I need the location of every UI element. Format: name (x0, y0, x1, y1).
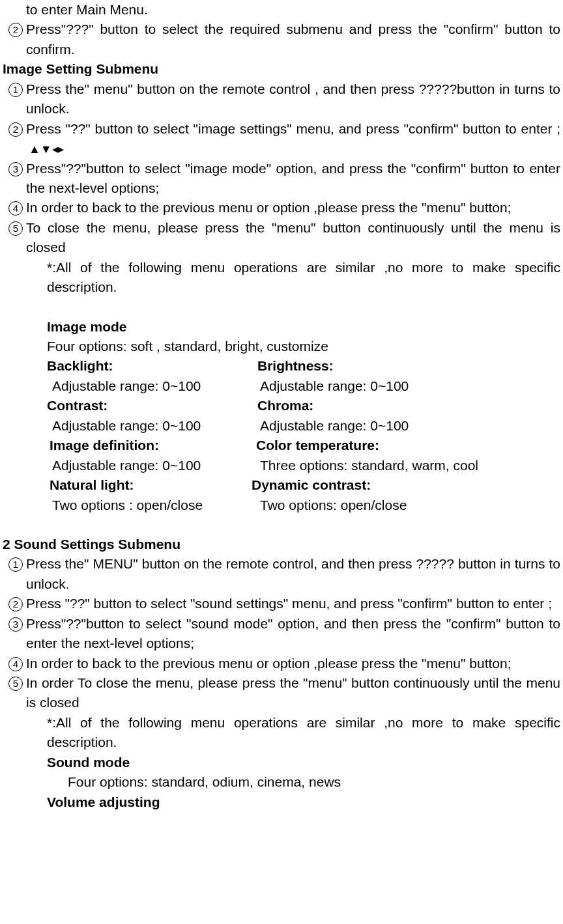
brightness-value: Adjustable range: 0~100 (260, 376, 560, 396)
chroma-label: Chroma: (257, 396, 560, 415)
circled-number: 4 (8, 657, 23, 671)
sound-step-3: 3 Press"??"button to select "sound mode"… (8, 614, 560, 654)
arrow-icons: ▲▼◂▸ (29, 143, 64, 156)
sound-step-5: 5 In order To close the menu, please pre… (8, 673, 560, 713)
sound-step-3-text: Press"??"button to select "sound mode" o… (26, 614, 560, 654)
color-temperature-value: Three options: standard, warm, cool (260, 456, 560, 475)
continuation-line: to enter Main Menu. (26, 0, 560, 20)
image-step-5-text: To close the menu, please press the "men… (26, 218, 560, 258)
image-definition-value: Adjustable range: 0~100 (52, 456, 260, 475)
color-temperature-label: Color temperature: (256, 436, 560, 455)
image-step-2-text: Press "??" button to select "image setti… (26, 119, 560, 159)
sound-note-text: *:All of the following menu operations a… (47, 713, 560, 753)
sound-step-2: 2 Press "??" button to select "sound set… (8, 594, 560, 613)
circled-number: 5 (8, 677, 23, 691)
image-step-5: 5 To close the menu, please press the "m… (8, 218, 560, 258)
sound-step-1: 1 Press the" MENU" button on the remote … (8, 554, 560, 594)
circled-number-2: 2 (8, 23, 23, 37)
param-row-4-labels: Natural light: Dynamic contrast: (50, 475, 560, 495)
backlight-label: Backlight: (47, 356, 257, 376)
circled-number: 2 (8, 597, 23, 611)
param-row-3-labels: Image definition: Color temperature: (50, 436, 560, 455)
image-step-3-text: Press"??"button to select "image mode" o… (26, 159, 560, 199)
blank-line (3, 515, 560, 535)
sound-step-5-text: In order To close the menu, please press… (26, 673, 560, 713)
blank-line (3, 298, 560, 317)
sound-step-4-text: In order to back to the previous menu or… (26, 654, 560, 673)
image-note-text: *:All of the following menu operations a… (47, 258, 560, 298)
circled-number: 2 (8, 122, 23, 137)
sound-step-1-text: Press the" MENU" button on the remote co… (26, 554, 560, 594)
param-row-1-labels: Backlight: Brightness: (47, 356, 560, 376)
image-definition-label: Image definition: (50, 436, 256, 455)
backlight-value: Adjustable range: 0~100 (52, 376, 260, 396)
image-mode-options: Four options: soft , standard, bright, c… (47, 337, 560, 356)
natural-light-label: Natural light: (50, 475, 252, 495)
contrast-value: Adjustable range: 0~100 (52, 416, 260, 436)
circled-number: 1 (8, 83, 23, 97)
param-row-2-labels: Contrast: Chroma: (47, 396, 560, 415)
brightness-label: Brightness: (257, 356, 560, 376)
image-step-2: 2 Press "??" button to select "image set… (8, 119, 560, 159)
sound-mode-heading: Sound mode (47, 753, 560, 772)
image-step-1: 1 Press the" menu" button on the remote … (8, 79, 560, 119)
chroma-value: Adjustable range: 0~100 (260, 416, 560, 436)
image-mode-heading: Image mode (47, 317, 560, 337)
volume-adjusting-heading: Volume adjusting (47, 792, 560, 812)
contrast-label: Contrast: (47, 396, 257, 415)
sound-step-2-text: Press "??" button to select "sound setti… (26, 594, 560, 613)
circled-number: 3 (8, 617, 23, 632)
circled-number: 1 (8, 557, 23, 572)
param-row-4-values: Two options : open/close Two options: op… (52, 496, 560, 515)
circled-number: 4 (8, 201, 23, 216)
image-step-1-text: Press the" menu" button on the remote co… (26, 79, 560, 119)
dynamic-contrast-value: Two options: open/close (260, 496, 560, 515)
main-menu-step-2: 2 Press"???" button to select the requir… (8, 20, 560, 59)
natural-light-value: Two options : open/close (52, 496, 260, 515)
circled-number: 3 (8, 162, 23, 176)
sound-settings-title: 2 Sound Settings Submenu (3, 535, 560, 554)
sound-mode-options: Four options: standard, odium, cinema, n… (68, 772, 560, 792)
circled-number: 5 (8, 221, 23, 236)
param-row-2-values: Adjustable range: 0~100 Adjustable range… (52, 416, 560, 436)
dynamic-contrast-label: Dynamic contrast: (252, 475, 560, 495)
image-step-3: 3 Press"??"button to select "image mode"… (8, 159, 560, 199)
image-step-4-text: In order to back to the previous menu or… (26, 198, 560, 217)
param-row-3-values: Adjustable range: 0~100 Three options: s… (52, 456, 560, 475)
param-row-1-values: Adjustable range: 0~100 Adjustable range… (52, 376, 560, 396)
image-step-4: 4 In order to back to the previous menu … (8, 198, 560, 217)
main-menu-step-2-text: Press"???" button to select the required… (26, 20, 560, 59)
document-page: to enter Main Menu. 2 Press"???" button … (0, 0, 563, 819)
image-setting-title: Image Setting Submenu (3, 59, 560, 79)
sound-step-4: 4 In order to back to the previous menu … (8, 654, 560, 673)
